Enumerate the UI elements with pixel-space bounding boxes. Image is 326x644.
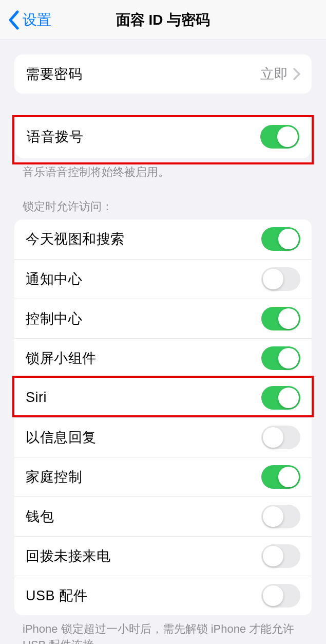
- back-button[interactable]: 设置: [0, 10, 51, 30]
- access-row[interactable]: 家庭控制: [14, 457, 312, 496]
- toggle-knob: [278, 388, 299, 408]
- access-row-label: 钱包: [26, 507, 54, 526]
- access-row-toggle[interactable]: [261, 505, 300, 528]
- require-passcode-row[interactable]: 需要密码 立即: [14, 54, 312, 94]
- nav-header: 设置 面容 ID 与密码: [0, 0, 326, 40]
- access-row-toggle[interactable]: [261, 426, 300, 449]
- voice-dial-row[interactable]: 语音拨号: [15, 115, 311, 158]
- access-row-toggle[interactable]: [261, 307, 300, 330]
- toggle-knob: [263, 427, 283, 448]
- access-row-label: 以信息回复: [26, 428, 97, 447]
- toggle-knob: [278, 308, 299, 329]
- access-row[interactable]: USB 配件: [14, 576, 312, 615]
- require-passcode-value: 立即: [260, 65, 288, 83]
- toggle-knob: [263, 506, 283, 527]
- access-locked-header: 锁定时允许访问：: [0, 180, 326, 219]
- toggle-knob: [263, 546, 283, 566]
- require-passcode-label: 需要密码: [26, 65, 82, 83]
- access-row-toggle[interactable]: [261, 267, 300, 291]
- access-row-label: 家庭控制: [26, 468, 82, 486]
- back-label: 设置: [23, 10, 51, 30]
- access-row-toggle[interactable]: [261, 386, 300, 410]
- access-row-toggle[interactable]: [261, 465, 300, 489]
- access-row-toggle[interactable]: [261, 227, 300, 251]
- toggle-knob: [278, 467, 299, 487]
- access-row[interactable]: 回拨未接来电: [14, 536, 312, 576]
- access-row[interactable]: 控制中心: [14, 299, 312, 338]
- toggle-knob: [263, 269, 283, 289]
- toggle-knob: [263, 585, 283, 606]
- access-row[interactable]: 今天视图和搜索: [14, 219, 312, 259]
- access-row-toggle[interactable]: [261, 544, 300, 568]
- access-row[interactable]: 以信息回复: [14, 417, 312, 457]
- access-row-toggle[interactable]: [261, 346, 300, 370]
- access-row-label: 锁屏小组件: [26, 349, 97, 367]
- voice-dial-footer: 音乐语音控制将始终被启用。: [0, 158, 326, 180]
- access-row-label: 通知中心: [26, 270, 82, 288]
- access-row-label: 回拨未接来电: [26, 547, 110, 565]
- chevron-left-icon: [7, 10, 20, 30]
- access-row-label: 今天视图和搜索: [26, 230, 125, 248]
- chevron-right-icon: [293, 68, 300, 80]
- access-row-label: 控制中心: [26, 309, 82, 328]
- access-locked-footer: iPhone 锁定超过一小时后，需先解锁 iPhone 才能允许 USB 配件连…: [0, 615, 326, 644]
- toggle-knob: [277, 126, 298, 147]
- access-row-label: USB 配件: [26, 586, 87, 605]
- toggle-knob: [278, 348, 299, 369]
- access-row-toggle[interactable]: [261, 584, 300, 608]
- access-row[interactable]: 锁屏小组件: [14, 338, 312, 378]
- access-row[interactable]: 通知中心: [14, 259, 312, 299]
- access-row[interactable]: 钱包: [14, 496, 312, 536]
- voice-dial-toggle[interactable]: [260, 125, 299, 149]
- voice-dial-label: 语音拨号: [27, 127, 83, 146]
- access-row[interactable]: Siri: [14, 378, 312, 417]
- access-row-label: Siri: [26, 390, 47, 406]
- toggle-knob: [278, 229, 299, 249]
